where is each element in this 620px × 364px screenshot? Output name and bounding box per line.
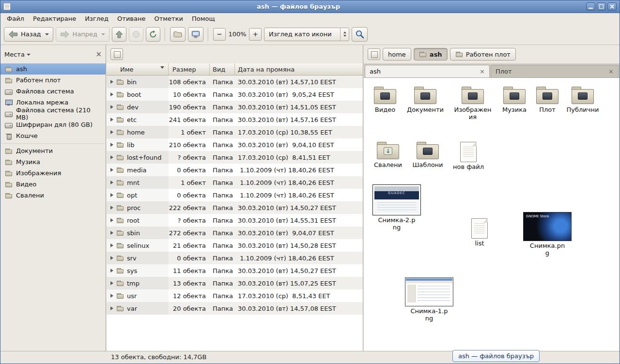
- file-row[interactable]: mnt 1 обект Папка 1.10.2009 (чт) 18,40,2…: [107, 176, 363, 189]
- places-item[interactable]: Шифриран дял (80 GB): [0, 119, 106, 130]
- computer-button[interactable]: [188, 27, 203, 42]
- tab-close-icon[interactable]: [480, 68, 485, 75]
- maximize-icon[interactable]: [597, 2, 606, 11]
- path-button[interactable]: home: [383, 48, 411, 61]
- expander-icon[interactable]: [110, 269, 113, 273]
- file-row[interactable]: sbin 272 обекта Папка 30.03.2010 (вт) 9,…: [107, 227, 363, 239]
- expander-icon[interactable]: [110, 168, 113, 172]
- folder-icon: [116, 91, 124, 98]
- expander-icon[interactable]: [110, 105, 113, 109]
- expander-icon[interactable]: [110, 256, 113, 260]
- icon-view-item[interactable]: Шаблони: [408, 141, 447, 169]
- file-row[interactable]: dev 190 обекта Папка 30.03.2010 (вт) 14,…: [107, 101, 363, 113]
- places-item[interactable]: Файлова система: [0, 86, 106, 97]
- menu-item[interactable]: Изглед: [80, 14, 113, 23]
- reload-button[interactable]: [146, 27, 160, 42]
- expander-icon[interactable]: [110, 306, 113, 310]
- places-item[interactable]: ash: [0, 63, 106, 75]
- expander-icon[interactable]: [110, 294, 113, 298]
- icon-view-item[interactable]: Изображения: [453, 86, 492, 121]
- places-item[interactable]: Файлова система (210 MB): [0, 108, 106, 119]
- cell-type: Папка: [210, 104, 235, 111]
- expander-icon[interactable]: [110, 193, 113, 197]
- path-button[interactable]: ash: [414, 48, 448, 61]
- menu-item[interactable]: Отметки: [150, 14, 187, 23]
- expander-icon[interactable]: [110, 181, 113, 184]
- tab[interactable]: ash: [365, 65, 490, 77]
- expander-icon[interactable]: [110, 231, 113, 235]
- back-button[interactable]: Назад: [4, 27, 53, 42]
- expander-icon[interactable]: [110, 218, 113, 222]
- icon-view-item[interactable]: list: [460, 218, 499, 247]
- expander-icon[interactable]: [110, 206, 113, 210]
- expander-icon[interactable]: [110, 130, 113, 134]
- file-row[interactable]: lost+found ? обекта Папка 17.03.2010 (ср…: [107, 151, 363, 164]
- file-row[interactable]: home 1 обект Папка 17.03.2010 (ср) 10,38…: [107, 126, 363, 138]
- up-button[interactable]: [112, 27, 126, 42]
- close-icon[interactable]: [607, 2, 617, 11]
- forward-button[interactable]: Напред: [56, 27, 109, 42]
- menu-item[interactable]: Отиване: [113, 14, 150, 23]
- view-mode-select[interactable]: Изглед като икони: [264, 28, 349, 41]
- file-row[interactable]: srv 0 обекта Папка 1.10.2009 (чт) 18,40,…: [107, 252, 363, 264]
- icon-view-item[interactable]: GNOME Store Снимка.png: [522, 212, 573, 257]
- expander-icon[interactable]: [110, 281, 113, 285]
- column-header-type[interactable]: Вид: [210, 63, 235, 75]
- file-row[interactable]: usr 12 обекта Папка 17.03.2010 (ср) 8,51…: [107, 289, 363, 302]
- file-row[interactable]: root ? обекта Папка 30.03.2010 (вт) 14,5…: [107, 214, 363, 227]
- places-item[interactable]: Изображения: [0, 167, 106, 179]
- file-row[interactable]: tmp 13 обекта Папка 30.03.2010 (вт) 15,0…: [107, 277, 363, 289]
- places-item[interactable]: Музика: [0, 156, 106, 167]
- file-row[interactable]: proc 222 обекта Папка 30.03.2010 (вт) 14…: [107, 201, 363, 214]
- icon-view-item[interactable]: Видео: [366, 86, 404, 114]
- file-row[interactable]: etc 241 обекта Папка 30.03.2010 (вт) 14,…: [107, 113, 363, 126]
- places-item[interactable]: Свалени: [0, 190, 106, 201]
- file-row[interactable]: opt 0 обекта Папка 1.10.2009 (чт) 18,40,…: [107, 189, 363, 201]
- zoom-in-button[interactable]: +: [249, 28, 262, 41]
- expander-icon[interactable]: [110, 243, 113, 247]
- expander-icon[interactable]: [110, 155, 113, 159]
- file-row[interactable]: bin 108 обекта Папка 30.03.2010 (вт) 14,…: [107, 76, 363, 88]
- expander-icon[interactable]: [110, 80, 113, 84]
- icon-view-item[interactable]: Плот: [528, 86, 567, 114]
- column-header-name[interactable]: Име: [107, 63, 169, 75]
- places-item[interactable]: Видео: [0, 179, 106, 190]
- column-header-date[interactable]: Дата на промяна: [235, 63, 363, 75]
- window-menu-icon[interactable]: [3, 3, 11, 10]
- chevron-down-icon[interactable]: [27, 54, 31, 56]
- icon-view-item[interactable]: Свалени: [369, 141, 407, 169]
- places-item[interactable]: Кошче: [0, 130, 106, 141]
- stop-button[interactable]: [129, 27, 143, 42]
- home-button[interactable]: [170, 27, 186, 42]
- expander-icon[interactable]: [110, 92, 113, 96]
- file-row[interactable]: lib 210 обекта Папка 30.03.2010 (вт) 9,0…: [107, 138, 363, 151]
- menu-item[interactable]: Помощ: [187, 14, 219, 23]
- column-header-size[interactable]: Размер: [169, 63, 210, 75]
- pane-location-button[interactable]: [110, 48, 123, 60]
- tab[interactable]: Плот: [491, 65, 619, 77]
- search-button[interactable]: [352, 27, 368, 42]
- path-button[interactable]: Работен плот: [450, 48, 516, 61]
- tab-close-icon[interactable]: [608, 68, 614, 75]
- minimize-icon[interactable]: [586, 2, 595, 11]
- places-item[interactable]: Работен плот: [0, 75, 106, 86]
- icon-view-item[interactable]: Снимка-1.png: [404, 277, 454, 322]
- places-item[interactable]: Документи: [0, 145, 106, 156]
- sidebar-title[interactable]: Места: [4, 51, 25, 58]
- file-row[interactable]: sys 11 обекта Папка 30.03.2010 (вт) 14,5…: [107, 264, 363, 277]
- zoom-out-button[interactable]: −: [213, 28, 226, 41]
- menu-item[interactable]: Файл: [2, 14, 29, 23]
- expander-icon[interactable]: [110, 118, 113, 121]
- file-row[interactable]: var 20 обекта Папка 30.03.2010 (вт) 14,5…: [107, 302, 363, 315]
- icon-view-item[interactable]: GUADEC Снимка-2.png: [372, 184, 422, 231]
- file-row[interactable]: boot 10 обекта Папка 30.03.2010 (вт) 9,0…: [107, 88, 363, 101]
- sidebar-close-icon[interactable]: [95, 51, 102, 58]
- icon-view-item[interactable]: Публични: [563, 86, 602, 114]
- icon-view-item[interactable]: нов файл: [449, 142, 488, 171]
- expander-icon[interactable]: [110, 143, 113, 147]
- file-row[interactable]: selinux 21 обекта Папка 30.03.2010 (вт) …: [107, 239, 363, 252]
- menu-item[interactable]: Редактиране: [29, 14, 80, 23]
- pathbar-toggle-button[interactable]: [368, 48, 380, 60]
- icon-view-item[interactable]: Документи: [406, 86, 445, 114]
- file-row[interactable]: media 0 обекта Папка 1.10.2009 (чт) 18,4…: [107, 164, 363, 176]
